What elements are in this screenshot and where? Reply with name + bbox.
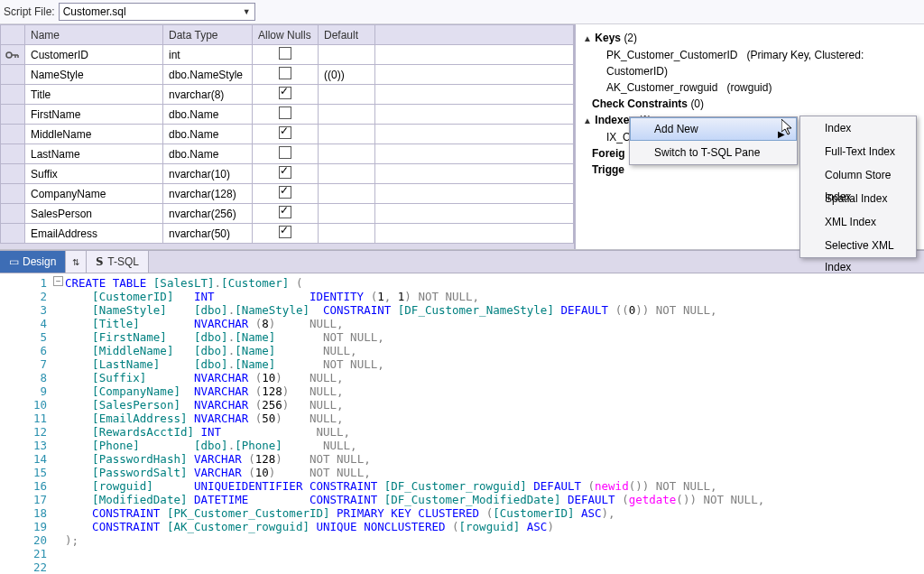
cell-type[interactable]: nvarchar(10) (163, 164, 253, 184)
cell-default[interactable] (319, 125, 375, 144)
ctx-sub-item[interactable]: Index (800, 116, 916, 140)
checkbox[interactable] (279, 226, 291, 238)
cell-type[interactable]: nvarchar(128) (163, 184, 253, 204)
ctx-sub-item[interactable]: Full-Text Index (800, 140, 916, 163)
cell-default[interactable] (319, 85, 375, 105)
cell-default[interactable] (319, 224, 375, 244)
cell-name[interactable]: EmailAddress (25, 224, 163, 244)
tab-design[interactable]: ▭ Design (0, 251, 66, 273)
cell-blank[interactable] (375, 204, 574, 224)
cell-type[interactable]: int (163, 45, 253, 65)
table-row[interactable]: LastNamedbo.Name (1, 144, 574, 164)
ctx-sub-item[interactable]: Selective XML Index (800, 234, 916, 257)
sql-pane[interactable]: 12345678910111213141516171819202122 − CR… (0, 273, 924, 573)
row-gutter[interactable] (1, 144, 25, 164)
check-constraints-node[interactable]: Check Constraints (0) (583, 96, 917, 112)
checkbox[interactable] (279, 106, 291, 119)
cell-allow-nulls[interactable] (253, 184, 319, 204)
cell-allow-nulls[interactable] (253, 204, 319, 224)
cell-type[interactable]: dbo.Name (163, 105, 253, 125)
cell-name[interactable]: MiddleName (25, 125, 163, 144)
row-gutter[interactable] (1, 65, 25, 85)
cell-default[interactable] (319, 204, 375, 224)
cell-name[interactable]: CustomerID (25, 45, 163, 65)
ctx-sub-item[interactable]: XML Index (800, 210, 916, 234)
cell-type[interactable]: nvarchar(50) (163, 224, 253, 244)
cell-allow-nulls[interactable] (253, 125, 319, 144)
cell-blank[interactable] (375, 105, 574, 125)
checkbox[interactable] (279, 146, 291, 159)
table-row[interactable]: MiddleNamedbo.Name (1, 125, 574, 144)
columns-grid[interactable]: Name Data Type Allow Nulls Default Custo… (0, 24, 575, 249)
cell-blank[interactable] (375, 125, 574, 144)
cell-type[interactable]: nvarchar(256) (163, 204, 253, 224)
table-row[interactable]: CustomerIDint (1, 45, 574, 65)
ctx-add-new[interactable]: Add New ▶ (630, 117, 797, 141)
collapse-toggle[interactable]: − (53, 276, 63, 286)
cell-type[interactable]: nvarchar(8) (163, 85, 253, 105)
row-gutter[interactable] (1, 224, 25, 244)
tab-tsql[interactable]: 𝗦 T-SQL (87, 251, 149, 273)
key-item-pk[interactable]: PK_Customer_CustomerID (Primary Key, Clu… (583, 47, 917, 79)
row-gutter[interactable] (1, 105, 25, 125)
cell-allow-nulls[interactable] (253, 85, 319, 105)
row-gutter[interactable] (1, 204, 25, 224)
col-header-type[interactable]: Data Type (163, 25, 253, 45)
tab-updown-button[interactable]: ⇅ (66, 251, 87, 273)
col-header-nulls[interactable]: Allow Nulls (253, 25, 319, 45)
table-row[interactable]: CompanyNamenvarchar(128) (1, 184, 574, 204)
cell-name[interactable]: FirstName (25, 105, 163, 125)
cell-type[interactable]: dbo.NameStyle (163, 65, 253, 85)
cell-allow-nulls[interactable] (253, 105, 319, 125)
checkbox[interactable] (279, 47, 291, 60)
cell-blank[interactable] (375, 224, 574, 244)
ctx-switch-tsql[interactable]: Switch to T-SQL Pane (630, 141, 797, 164)
cell-name[interactable]: Suffix (25, 164, 163, 184)
cell-allow-nulls[interactable] (253, 65, 319, 85)
cell-allow-nulls[interactable] (253, 144, 319, 164)
checkbox[interactable] (279, 166, 291, 179)
cell-default[interactable] (319, 144, 375, 164)
cell-blank[interactable] (375, 164, 574, 184)
script-file-combo[interactable]: Customer.sql ▼ (59, 3, 255, 21)
cell-name[interactable]: LastName (25, 144, 163, 164)
checkbox[interactable] (279, 186, 291, 199)
cell-default[interactable] (319, 45, 375, 65)
cell-type[interactable]: dbo.Name (163, 125, 253, 144)
cell-blank[interactable] (375, 65, 574, 85)
cell-blank[interactable] (375, 45, 574, 65)
cell-allow-nulls[interactable] (253, 164, 319, 184)
cell-blank[interactable] (375, 184, 574, 204)
row-gutter[interactable] (1, 184, 25, 204)
row-gutter[interactable] (1, 85, 25, 105)
table-row[interactable]: FirstNamedbo.Name (1, 105, 574, 125)
checkbox[interactable] (279, 206, 291, 218)
cell-allow-nulls[interactable] (253, 224, 319, 244)
keys-node[interactable]: ▲ Keys (2) (583, 30, 917, 47)
checkbox[interactable] (279, 87, 291, 99)
cell-default[interactable]: ((0)) (319, 65, 375, 85)
cell-default[interactable] (319, 105, 375, 125)
cell-default[interactable] (319, 164, 375, 184)
col-header-name[interactable]: Name (25, 25, 163, 45)
cell-blank[interactable] (375, 85, 574, 105)
table-row[interactable]: SalesPersonnvarchar(256) (1, 204, 574, 224)
row-gutter[interactable] (1, 125, 25, 144)
cell-blank[interactable] (375, 144, 574, 164)
table-row[interactable]: EmailAddressnvarchar(50) (1, 224, 574, 244)
cell-name[interactable]: SalesPerson (25, 204, 163, 224)
row-gutter[interactable] (1, 164, 25, 184)
cell-name[interactable]: CompanyName (25, 184, 163, 204)
row-gutter[interactable] (1, 45, 25, 65)
checkbox[interactable] (279, 126, 291, 139)
col-header-default[interactable]: Default (319, 25, 375, 45)
table-row[interactable]: Suffixnvarchar(10) (1, 164, 574, 184)
cell-name[interactable]: Title (25, 85, 163, 105)
cell-default[interactable] (319, 184, 375, 204)
key-item-ak[interactable]: AK_Customer_rowguid (rowguid) (583, 79, 917, 96)
checkbox[interactable] (279, 67, 291, 79)
cell-allow-nulls[interactable] (253, 45, 319, 65)
ctx-sub-item[interactable]: Spatial Index (800, 187, 916, 210)
cell-type[interactable]: dbo.Name (163, 144, 253, 164)
table-row[interactable]: NameStyledbo.NameStyle((0)) (1, 65, 574, 85)
